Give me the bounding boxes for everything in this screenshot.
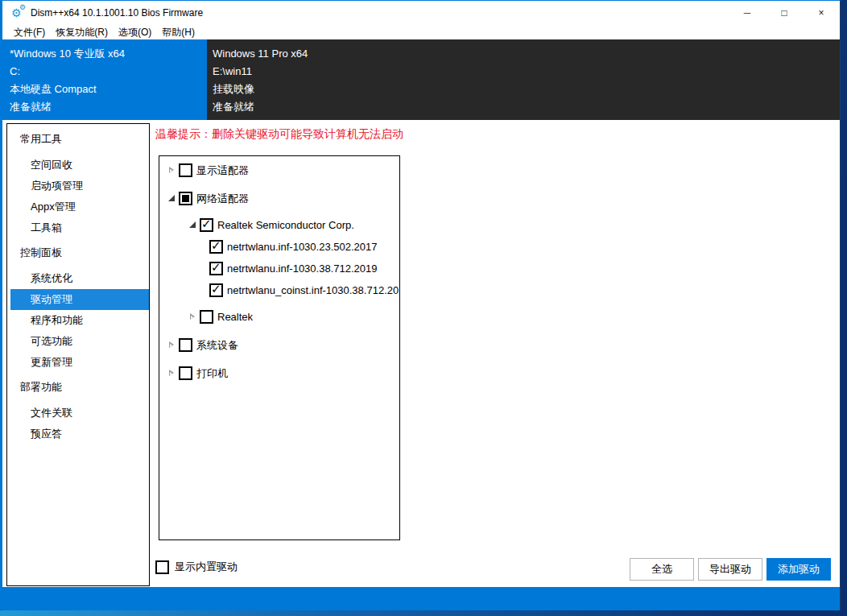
sidebar-item-文件关联[interactable]: 文件关联 [7,403,149,424]
target-line: 本地硬盘 Compact [10,81,207,98]
sidebar-section-2: 部署功能 [7,377,149,398]
checkbox-icon[interactable] [179,366,192,380]
sidebar-item-更新管理[interactable]: 更新管理 [7,352,149,373]
target-line: 挂载映像 [213,81,840,98]
menu-item-3[interactable]: 帮助(H) [162,26,195,39]
checkbox-icon[interactable] [200,218,213,232]
sidebar-item-工具箱[interactable]: 工具箱 [7,217,149,238]
expander-expanded-icon[interactable] [188,221,196,229]
tree-row[interactable]: netrtwlanu.inf-1030.38.712.2019 [159,258,399,279]
button-全选[interactable]: 全选 [630,558,694,581]
warning-text: 温馨提示：删除关键驱动可能导致计算机无法启动 [155,127,403,142]
tree-row[interactable]: netrtwlanu_coinst.inf-1030.38.712.201 [159,279,399,301]
desktop-background: ⚙ ⚙ Dism++x64 10.1.1001.10 Bios Firmware… [0,0,847,616]
tree-row[interactable]: netrtwlanu.inf-1030.23.502.2017 [159,236,399,258]
sidebar-item-Appx管理[interactable]: Appx管理 [7,196,149,217]
target-panel-windows11[interactable]: Windows 11 Pro x64E:\win11挂载映像准备就绪 [207,39,840,120]
target-line: 准备就绪 [213,98,840,116]
tree-item-label[interactable]: 网络适配器 [196,192,249,206]
checkbox-icon[interactable] [209,283,223,297]
tree-item-label[interactable]: 系统设备 [196,338,238,353]
tree-item-label[interactable]: 显示适配器 [196,163,249,178]
show-builtin-drivers-label: 显示内置驱动 [175,560,238,574]
sidebar-item-可选功能[interactable]: 可选功能 [7,331,149,352]
menu-item-2[interactable]: 选项(O) [118,26,151,39]
target-line: C: [10,63,207,81]
checkbox-icon[interactable] [179,338,192,352]
tree-row[interactable]: Realtek Semiconductor Corp. [159,214,399,236]
status-bar [2,587,840,610]
close-icon: × [818,7,824,19]
tree-item-label[interactable]: Realtek [217,311,253,323]
tree-item-label[interactable]: netrtwlanu.inf-1030.23.502.2017 [227,241,377,253]
sidebar-item-驱动管理[interactable]: 驱动管理 [10,289,149,310]
checkbox-icon[interactable] [200,310,213,324]
tree-item-label[interactable]: Realtek Semiconductor Corp. [217,219,354,231]
expander-expanded-icon[interactable] [167,194,176,203]
sidebar-item-启动项管理[interactable]: 启动项管理 [7,176,149,196]
target-image-panels: *Windows 10 专业版 x64C:本地硬盘 Compact准备就绪 Wi… [2,39,840,120]
title-bar[interactable]: ⚙ ⚙ Dism++x64 10.1.1001.10 Bios Firmware… [2,1,840,25]
content-area: 常用工具空间回收启动项管理Appx管理工具箱控制面板系统优化驱动管理程序和功能可… [2,120,840,587]
tree-item-label[interactable]: netrtwlanu.inf-1030.38.712.2019 [227,263,377,275]
footer-buttons: 全选导出驱动添加驱动 [630,558,831,581]
tree-row[interactable]: 网络适配器 [159,188,399,209]
maximize-icon: □ [781,7,787,19]
sidebar-item-程序和功能[interactable]: 程序和功能 [7,310,149,331]
tree-row[interactable]: 系统设备 [159,334,399,356]
maximize-button[interactable]: □ [766,1,803,25]
sidebar-section-1: 控制面板 [7,242,149,263]
sidebar-section-0: 常用工具 [7,129,149,150]
expander-collapsed-icon[interactable] [167,369,176,378]
checkbox-icon[interactable] [209,262,223,275]
show-builtin-drivers-checkbox[interactable]: 显示内置驱动 [155,560,238,574]
target-line: E:\win11 [213,63,840,81]
target-line: 准备就绪 [10,98,207,116]
sidebar-item-系统优化[interactable]: 系统优化 [7,268,149,289]
sidebar-item-空间回收[interactable]: 空间回收 [7,155,149,176]
minimize-button[interactable]: ─ [729,1,766,25]
checkbox-icon[interactable] [155,560,169,574]
window-title: Dism++x64 10.1.1001.10 Bios Firmware [31,7,203,19]
expander-collapsed-icon[interactable] [188,312,196,321]
menu-item-0[interactable]: 文件(F) [14,26,45,39]
sidebar-nav: 常用工具空间回收启动项管理Appx管理工具箱控制面板系统优化驱动管理程序和功能可… [6,123,150,586]
target-panel-windows10[interactable]: *Windows 10 专业版 x64C:本地硬盘 Compact准备就绪 [2,39,207,120]
menu-bar: 文件(F)恢复功能(R)选项(O)帮助(H) [2,25,840,39]
expander-collapsed-icon[interactable] [167,166,176,175]
tree-row[interactable]: 显示适配器 [159,159,399,181]
button-导出驱动[interactable]: 导出驱动 [698,558,762,581]
gear-icon: ⚙ [19,4,26,11]
target-line: *Windows 10 专业版 x64 [10,45,207,63]
gears-app-icon: ⚙ ⚙ [11,5,27,21]
tree-item-label[interactable]: 打印机 [196,366,228,381]
tree-row[interactable]: Realtek [159,306,399,328]
menu-item-1[interactable]: 恢复功能(R) [56,26,108,39]
target-line: Windows 11 Pro x64 [213,45,840,63]
checkbox-icon[interactable] [209,240,223,254]
tree-item-label[interactable]: netrtwlanu_coinst.inf-1030.38.712.201 [227,284,400,296]
window-controls: ─ □ × [729,1,840,25]
checkbox-icon[interactable] [179,192,192,205]
button-添加驱动[interactable]: 添加驱动 [766,558,831,581]
tree-row[interactable]: 打印机 [159,362,399,384]
app-window: ⚙ ⚙ Dism++x64 10.1.1001.10 Bios Firmware… [0,0,841,610]
minimize-icon: ─ [744,7,751,19]
close-button[interactable]: × [803,1,840,25]
checkbox-icon[interactable] [179,163,192,177]
driver-tree: 显示适配器网络适配器Realtek Semiconductor Corp.net… [159,155,400,540]
sidebar-item-预应答[interactable]: 预应答 [7,424,149,444]
expander-collapsed-icon[interactable] [167,341,176,349]
